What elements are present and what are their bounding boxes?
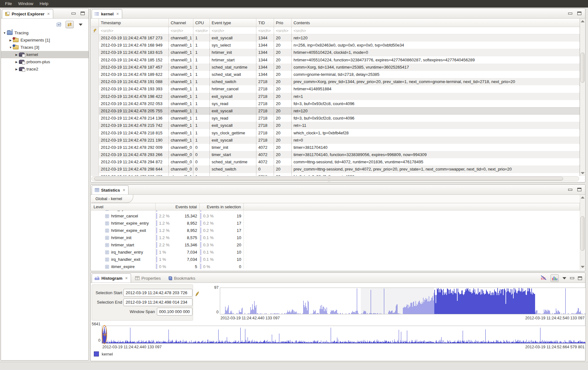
event-table-row[interactable]: 2012-03-19 11:24:42.478 187 457 channel0…	[91, 64, 580, 71]
close-icon[interactable]: ✕	[123, 188, 125, 192]
link-with-editor-button[interactable]: ⇄	[66, 21, 74, 28]
search-input-channel[interactable]: <srch>	[169, 27, 193, 34]
statistics-vertical-scrollbar[interactable]	[580, 195, 585, 270]
search-input-timestamp[interactable]: <srch>	[99, 27, 169, 34]
tree-expander-icon[interactable]: ▶	[14, 60, 19, 64]
column-header-level[interactable]: Level	[91, 203, 156, 210]
maximize-icon[interactable]	[81, 12, 85, 15]
event-table-row[interactable]: 2012-03-19 11:24:42.478 215 742 channel0…	[91, 122, 580, 129]
event-table-row[interactable]: 2012-03-19 11:24:42.478 221 190 channel0…	[91, 137, 580, 144]
scroll-up-icon[interactable]	[581, 197, 585, 199]
close-icon[interactable]: ✕	[125, 276, 128, 280]
scroll-down-icon[interactable]	[581, 172, 585, 174]
event-table-row[interactable]: 2012-03-19 11:24:42.478 292 009 channel0…	[91, 144, 580, 151]
event-table-row[interactable]: 2012-03-19 11:24:42.478 294 872 channel0…	[91, 158, 580, 165]
event-table-row[interactable]: 2012-03-19 11:24:42.478 189 622 channel0…	[91, 71, 580, 78]
tree-expander-icon[interactable]: ▶	[14, 53, 19, 56]
tree-expander-icon[interactable]: ▼	[8, 46, 13, 49]
scrollbar-thumb[interactable]	[94, 177, 563, 181]
event-table-row[interactable]: 2012-03-19 11:24:42.478 183 615 channel0…	[91, 49, 580, 56]
column-header-cpu[interactable]: CPU	[193, 19, 210, 27]
search-input-cpu[interactable]: <srch>	[193, 27, 210, 34]
tab-histogram[interactable]: Histogram ✕	[92, 273, 131, 283]
column-header-events-in-selection[interactable]: Events in selection	[200, 203, 244, 210]
menu-item[interactable]: Help	[37, 0, 52, 8]
close-icon[interactable]: ✕	[47, 12, 50, 16]
column-header-events-total[interactable]: Events total	[156, 203, 200, 210]
tab-properties[interactable]: Properties	[132, 273, 164, 283]
search-input-contents[interactable]: <srch>	[292, 27, 580, 34]
minimize-icon[interactable]	[568, 13, 572, 14]
event-table-row[interactable]: 2012-03-19 11:24:42.478 202 053 channel0…	[91, 100, 580, 107]
search-input-prio[interactable]: <srch>	[274, 27, 292, 34]
search-input-event-type[interactable]: <srch>	[210, 27, 256, 34]
tree-item[interactable]: ▶ kernel	[1, 51, 88, 58]
search-input-tid[interactable]: <srch>	[256, 27, 274, 34]
tree-expander-icon[interactable]: ▼	[2, 31, 7, 35]
view-menu-chevron-icon[interactable]	[562, 277, 566, 279]
statistics-row[interactable]: itimer_expire 0 %5 0 %0	[91, 263, 580, 269]
event-table-row[interactable]: 2012-03-19 11:24:42.478 293 266 channel0…	[91, 151, 580, 158]
event-table-row[interactable]: 2012-03-19 11:24:42.478 205 755 channel0…	[91, 107, 580, 115]
tree-item[interactable]: ▼ Tracing	[1, 29, 88, 36]
menu-item[interactable]: File	[2, 0, 15, 8]
column-header-timestamp[interactable]: Timestamp	[99, 19, 169, 27]
tab-global-kernel[interactable]: Global - kernel	[91, 195, 133, 203]
event-table-row[interactable]: 2012-03-19 11:24:42.478 193 393 channel0…	[91, 85, 580, 92]
maximize-icon[interactable]	[577, 188, 581, 191]
statistics-row[interactable]: hrtimer_cancel 2.2 %15,342 0.3 %19	[91, 212, 580, 220]
tree-item[interactable]: ▶ Experiments [1]	[1, 36, 88, 44]
scrollbar-thumb[interactable]	[580, 216, 585, 251]
tab-kernel-events[interactable]: kernel ✕	[92, 9, 122, 18]
minimize-icon[interactable]	[570, 277, 574, 279]
full-histogram-canvas[interactable]	[102, 326, 585, 343]
selection-start-input[interactable]	[123, 289, 192, 297]
event-table-row[interactable]: 2012-03-19 11:24:42.478 214 136 channel0…	[91, 115, 580, 122]
tree-item[interactable]: ▼ Traces [3]	[1, 44, 88, 51]
event-table-row[interactable]: 2012-03-19 11:24:42.478 191 088 channel0…	[91, 78, 580, 85]
event-table-row[interactable]: 2012-03-19 11:24:42.478 185 152 channel0…	[91, 56, 580, 64]
events-vertical-scrollbar[interactable]	[580, 19, 585, 176]
event-table-row[interactable]: 2012-03-19 11:24:42.478 167 273 channel0…	[91, 34, 580, 42]
column-header-channel[interactable]: Channel	[169, 19, 193, 27]
tab-bookmarks[interactable]: Bookmarks	[165, 273, 199, 283]
collapse-all-button[interactable]	[54, 21, 63, 28]
tree-item[interactable]: ▶ prboom-plus	[1, 58, 88, 65]
minimize-icon[interactable]	[71, 13, 76, 14]
event-table-row[interactable]: 2012-03-19 11:24:42.478 168 949 channel0…	[91, 42, 580, 49]
menu-item[interactable]: Window	[15, 0, 37, 8]
events-horizontal-scrollbar[interactable]	[91, 176, 579, 181]
statistics-row[interactable]: hrtimer_init 1.2 %8,575 0.1 %10	[91, 234, 580, 241]
close-icon[interactable]: ✕	[116, 12, 119, 16]
hide-lost-events-button[interactable]	[541, 275, 547, 281]
window-histogram[interactable]	[220, 288, 586, 314]
maximize-icon[interactable]	[578, 277, 582, 280]
scroll-up-icon[interactable]	[581, 20, 585, 22]
selection-end-input[interactable]	[123, 298, 192, 306]
view-menu-button[interactable]	[77, 21, 85, 28]
column-header-contents[interactable]: Contents	[292, 19, 580, 27]
column-header-prio[interactable]: Prio	[274, 19, 292, 27]
statistics-row[interactable]: irq_handler_entry 1 %7,034 0.1 %10	[91, 249, 580, 256]
statistics-row[interactable]: hrtimer_expire_exit 1.2 %8,952 0.2 %17	[91, 227, 580, 234]
event-table-row[interactable]: 2012-03-19 11:24:42.478 218 815 channel0…	[91, 129, 580, 136]
event-table-row[interactable]: 2012-03-19 11:24:42.478 198 422 channel0…	[91, 93, 580, 100]
scrollbar-thumb[interactable]	[580, 53, 585, 83]
tab-project-explorer[interactable]: Project Explorer ✕	[2, 9, 53, 18]
statistics-row[interactable]: hrtimer_expire_entry 1.2 %8,952 0.2 %17	[91, 220, 580, 227]
tree-item[interactable]: ▶ trace2	[1, 65, 88, 73]
event-table-row[interactable]: 2012-03-19 11:24:42.478 298 644 channel0…	[91, 165, 580, 173]
statistics-row[interactable]: hrtimer_start 2.2 %15,346 0.3 %20	[91, 241, 580, 249]
tab-statistics[interactable]: Statistics ✕	[92, 185, 128, 194]
show-traces-button[interactable]	[551, 274, 559, 282]
column-header-tid[interactable]: TID	[256, 19, 274, 27]
scroll-down-icon[interactable]	[581, 266, 585, 268]
window-histogram-canvas[interactable]	[220, 288, 585, 314]
full-histogram[interactable]	[102, 326, 586, 344]
tree-expander-icon[interactable]: ▶	[14, 68, 19, 71]
maximize-icon[interactable]	[577, 12, 581, 15]
window-span-input[interactable]	[157, 308, 192, 316]
minimize-icon[interactable]	[568, 189, 572, 191]
column-header-event-type[interactable]: Event type	[210, 19, 256, 27]
event-table-row[interactable]: 2012-03-19 11:24:42.478 369 463 channel0…	[91, 173, 580, 176]
